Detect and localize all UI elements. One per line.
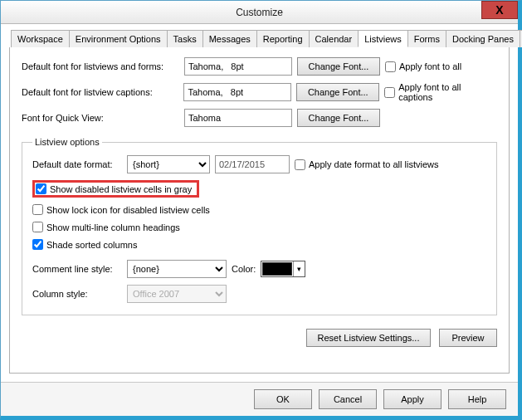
tab-panel-listviews: Default font for listviews and forms: Ch… [9,47,510,374]
reset-listview-settings-button[interactable]: Reset Listview Settings... [306,329,431,347]
comment-line-style-select[interactable]: {none} [127,260,227,278]
apply-date-all-checkbox[interactable] [295,159,305,170]
highlighted-option: Show disabled listview cells in gray [32,180,199,198]
panel-actions: Reset Listview Settings... Preview [22,329,497,347]
close-icon: X [495,3,503,17]
chevron-down-icon: ▾ [293,261,305,276]
default-date-format-label: Default date format: [32,159,122,169]
apply-font-all-captions-checkbox[interactable] [384,87,395,98]
show-lock-icon-checkbox[interactable] [32,204,43,215]
multi-line-headings-label: Show multi-line column headings [46,222,180,232]
show-lock-icon-wrap[interactable]: Show lock icon for disabled listview cel… [32,204,210,215]
comment-line-style-label: Comment line style: [32,264,122,274]
tab-workspace[interactable]: Workspace [11,30,70,47]
dialog-buttons: OK Cancel Apply Help [1,382,518,416]
help-button[interactable]: Help [448,389,506,409]
cancel-button[interactable]: Cancel [319,389,377,409]
comment-color-picker[interactable]: ▾ [261,261,305,277]
shade-sorted-wrap[interactable]: Shade sorted columns [32,239,137,250]
multi-line-headings-checkbox[interactable] [32,222,43,232]
column-style-select: Office 2007 [127,285,227,303]
tab-docking-panes[interactable]: Docking Panes [446,30,520,47]
show-disabled-gray-label: Show disabled listview cells in gray [50,184,192,194]
change-font-captions-button[interactable]: Change Font... [296,83,379,101]
default-font-listviews-forms-value[interactable] [184,57,292,76]
client-area: WorkspaceEnvironment OptionsTasksMessage… [1,24,518,416]
customize-dialog: Customize X WorkspaceEnvironment Options… [0,0,522,420]
default-font-listviews-forms-label: Default font for listviews and forms: [22,61,179,71]
tab-listviews[interactable]: Listviews [358,30,408,47]
color-label: Color: [232,264,256,274]
default-font-captions-value[interactable] [183,83,291,101]
preview-button[interactable]: Preview [439,329,497,347]
apply-font-all-captions-label: Apply font to all captions [398,82,497,102]
tab-tasks[interactable]: Tasks [167,30,203,47]
default-font-captions-label: Default font for listview captions: [22,87,178,97]
titlebar: Customize X [1,1,518,24]
apply-button[interactable]: Apply [383,389,442,409]
shade-sorted-checkbox[interactable] [32,239,43,250]
default-date-sample [215,155,290,173]
apply-date-all-wrap[interactable]: Apply date format to all listviews [295,159,439,170]
listview-options-legend: Listview options [32,137,102,147]
font-quick-view-label: Font for Quick View: [22,113,179,123]
tab-calendar[interactable]: Calendar [309,30,359,47]
tab-reporting[interactable]: Reporting [256,30,310,47]
apply-font-all-checkbox[interactable] [385,61,396,72]
shade-sorted-label: Shade sorted columns [46,240,137,250]
default-date-format-select[interactable]: {short} [127,155,210,173]
apply-font-all-label: Apply font to all [399,61,461,71]
ok-button[interactable]: OK [254,389,312,409]
color-swatch-icon [262,262,292,276]
multi-line-headings-wrap[interactable]: Show multi-line column headings [32,222,180,232]
font-quick-view-value[interactable] [184,109,292,127]
change-font-quick-view-button[interactable]: Change Font... [297,109,380,127]
column-style-label: Column style: [32,289,122,299]
listview-options-group: Listview options Default date format: {s… [22,137,497,315]
show-disabled-gray-checkbox[interactable] [36,183,46,194]
window-title: Customize [236,7,283,18]
tab-forms[interactable]: Forms [407,30,446,47]
tab-messages[interactable]: Messages [202,30,257,47]
apply-date-all-label: Apply date format to all listviews [309,159,439,169]
show-lock-icon-label: Show lock icon for disabled listview cel… [46,205,210,215]
apply-font-all-captions-wrap[interactable]: Apply font to all captions [384,82,497,102]
tab-strip: WorkspaceEnvironment OptionsTasksMessage… [11,29,510,47]
close-button[interactable]: X [481,1,518,19]
change-font-lv-forms-button[interactable]: Change Font... [297,57,380,76]
tab-environment-options[interactable]: Environment Options [69,30,168,47]
apply-font-all-wrap[interactable]: Apply font to all [385,61,461,72]
